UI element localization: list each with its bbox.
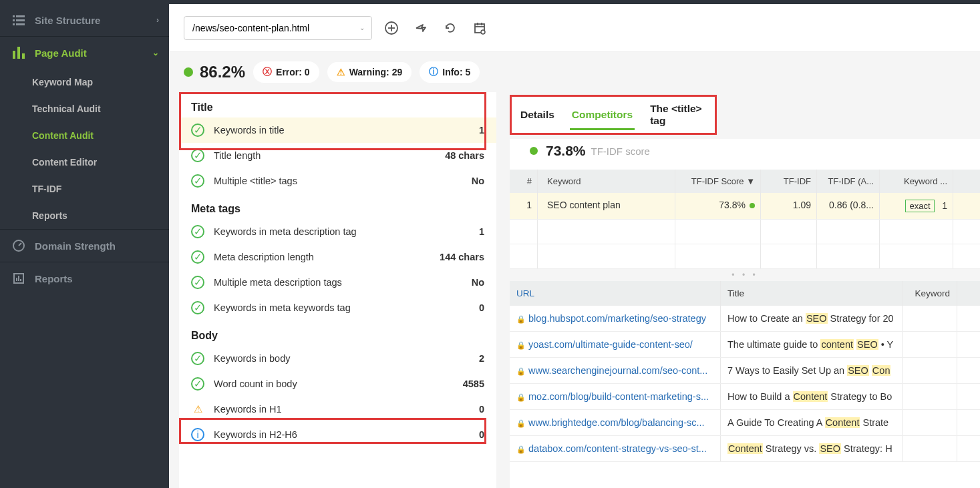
check-title-length[interactable]: ✓Title length48 chars [179, 143, 496, 168]
competitors-table: URL Title Keyword 🔒blog.hubspot.com/mark… [510, 281, 980, 488]
ok-icon: ✓ [191, 124, 204, 137]
stats-bar: 86.2% ⓧ Error: 0 ⚠ Warning: 29 ⓘ Info: 5 [169, 52, 980, 92]
sub-tfidf[interactable]: TF-IDF [0, 176, 169, 202]
lock-icon: 🔒 [516, 315, 526, 323]
overall-score: 86.2% [184, 63, 245, 81]
url-select[interactable]: /news/seo-content-plan.html ⌄ [184, 16, 372, 40]
nav-label: Reports [35, 273, 73, 284]
reports-icon [12, 272, 25, 285]
score-dot-icon [530, 147, 538, 155]
competitor-url[interactable]: 🔒www.brightedge.com/blog/balancing-sc... [510, 410, 721, 435]
competitor-url[interactable]: 🔒moz.com/blog/build-content-marketing-s.… [510, 384, 721, 409]
check-kw-meta[interactable]: ✓Keywords in meta description tag1 [179, 219, 496, 244]
competitor-url[interactable]: 🔒databox.com/content-strategy-vs-seo-st.… [510, 436, 721, 461]
lock-icon: 🔒 [516, 419, 526, 427]
competitor-url[interactable]: 🔒www.searchenginejournal.com/seo-cont... [510, 358, 721, 383]
competitor-title: A Guide To Creating A Content Strate [721, 410, 903, 435]
svg-point-22 [481, 30, 485, 34]
tfidf-score: 73.8% TF-IDF score [510, 139, 980, 170]
col-num[interactable]: # [510, 170, 538, 193]
check-kw-h1[interactable]: ⚠Keywords in H10 [179, 397, 496, 422]
sub-technical-audit[interactable]: Technical Audit [0, 95, 169, 122]
col-tfidf-avg[interactable]: TF-IDF (A... [817, 170, 880, 193]
table-header: URL Title Keyword [510, 281, 980, 306]
col-kwmatch[interactable]: Keyword ... [880, 170, 953, 193]
section-title: Title [179, 92, 496, 117]
keyword-table: # Keyword TF-IDF Score ▼ TF-IDF TF-IDF (… [510, 170, 980, 269]
check-kw-h26[interactable]: iKeywords in H2-H60 [179, 422, 496, 447]
check-kw-body[interactable]: ✓Keywords in body2 [179, 346, 496, 371]
nav-domain-strength[interactable]: Domain Strength [0, 230, 169, 262]
sort-desc-icon: ▼ [746, 176, 755, 186]
keyword-row[interactable]: 1 SEO content plan 73.8% 1.09 0.86 (0.8.… [510, 193, 980, 220]
competitor-row[interactable]: 🔒www.searchenginejournal.com/seo-cont...… [510, 358, 980, 384]
keyword-row-empty [510, 244, 980, 269]
resize-handle[interactable]: • • • [510, 269, 980, 281]
error-pill[interactable]: ⓧ Error: 0 [253, 61, 319, 83]
error-text: Error: 0 [276, 67, 310, 77]
competitor-url[interactable]: 🔒blog.hubspot.com/marketing/seo-strategy [510, 306, 721, 331]
info-text: Info: 5 [442, 67, 470, 77]
chevron-down-icon: ⌄ [152, 48, 159, 57]
calendar-button[interactable] [470, 18, 490, 38]
check-kw-metakw[interactable]: ✓Keywords in meta keywords tag0 [179, 295, 496, 320]
warning-icon: ⚠ [337, 67, 345, 77]
svg-rect-14 [20, 279, 21, 281]
chevron-down-icon: ⌄ [359, 24, 365, 31]
toolbar: /news/seo-content-plan.html ⌄ [169, 4, 980, 52]
competitor-row[interactable]: 🔒yoast.com/ultimate-guide-content-seo/Th… [510, 332, 980, 358]
svg-rect-8 [22, 53, 25, 59]
info-pill[interactable]: ⓘ Info: 5 [420, 61, 480, 83]
sub-content-editor[interactable]: Content Editor [0, 149, 169, 176]
plus-button[interactable] [381, 18, 401, 38]
competitor-title: How to Create an SEO Strategy for 20 [721, 306, 903, 331]
tab-title-tag[interactable]: The <title> tag [641, 103, 715, 127]
ok-icon: ✓ [191, 352, 204, 365]
lock-icon: 🔒 [516, 341, 526, 349]
check-keywords-title[interactable]: ✓Keywords in title1 [179, 117, 496, 143]
lock-icon: 🔒 [516, 367, 526, 375]
nav-label: Domain Strength [35, 240, 116, 252]
competitor-row[interactable]: 🔒blog.hubspot.com/marketing/seo-strategy… [510, 306, 980, 332]
section-body: Body [179, 320, 496, 346]
competitor-url[interactable]: 🔒yoast.com/ultimate-guide-content-seo/ [510, 332, 721, 357]
competitor-row[interactable]: 🔒databox.com/content-strategy-vs-seo-st.… [510, 436, 980, 462]
tab-details[interactable]: Details [512, 109, 563, 121]
audit-icon [12, 46, 25, 59]
info-icon: i [191, 428, 204, 441]
competitor-row[interactable]: 🔒moz.com/blog/build-content-marketing-s.… [510, 384, 980, 410]
competitor-title: Content Strategy vs. SEO Strategy: H [721, 436, 903, 461]
refresh-button[interactable] [440, 18, 460, 38]
svg-rect-12 [16, 278, 17, 281]
col-tfidf[interactable]: TF-IDF [761, 170, 817, 193]
error-icon: ⓧ [263, 66, 272, 78]
tab-competitors[interactable]: Competitors [563, 109, 641, 121]
sidebar: Site Structure › Page Audit ⌄ Keyword Ma… [0, 4, 169, 488]
keyword-row-empty [510, 220, 980, 244]
check-multi-title[interactable]: ✓Multiple <title> tagsNo [179, 168, 496, 194]
nav-site-structure[interactable]: Site Structure › [0, 4, 169, 36]
sub-keyword-map[interactable]: Keyword Map [0, 69, 169, 95]
col-keyword[interactable]: Keyword [538, 170, 675, 193]
col-url[interactable]: URL [510, 281, 721, 306]
sub-reports[interactable]: Reports [0, 202, 169, 229]
warning-pill[interactable]: ⚠ Warning: 29 [327, 62, 412, 82]
check-multi-meta[interactable]: ✓Multiple meta description tagsNo [179, 270, 496, 295]
competitor-row[interactable]: 🔒www.brightedge.com/blog/balancing-sc...… [510, 410, 980, 436]
ok-icon: ✓ [191, 377, 204, 391]
check-meta-len[interactable]: ✓Meta description length144 chars [179, 244, 496, 270]
col-title[interactable]: Title [721, 281, 903, 306]
sub-content-audit[interactable]: Content Audit [0, 122, 169, 149]
competitor-title: How to Build a Content Strategy to Bo [721, 384, 903, 409]
col-keyword[interactable]: Keyword [903, 281, 957, 306]
svg-rect-13 [18, 276, 19, 281]
svg-rect-6 [13, 51, 15, 59]
check-wc-body[interactable]: ✓Word count in body4585 [179, 371, 496, 397]
svg-rect-1 [16, 15, 25, 17]
col-score[interactable]: TF-IDF Score ▼ [675, 170, 761, 193]
share-button[interactable] [411, 18, 431, 38]
nav-label: Page Audit [35, 47, 87, 59]
nav-reports[interactable]: Reports [0, 262, 169, 294]
nav-page-audit[interactable]: Page Audit ⌄ [0, 37, 169, 69]
tabs-container: Details Competitors The <title> tag [510, 95, 717, 135]
